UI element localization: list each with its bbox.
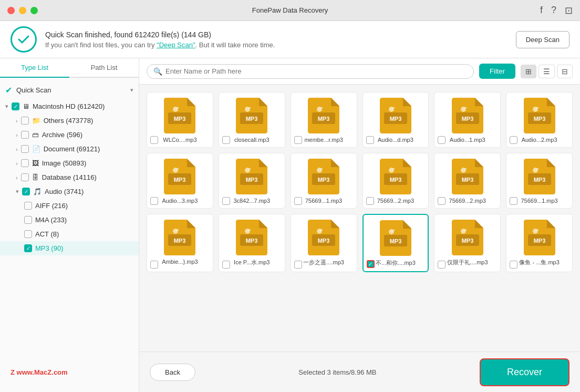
minimize-button[interactable] — [19, 7, 26, 14]
mp3-checkbox[interactable]: ✓ — [24, 244, 32, 252]
svg-text:MP3: MP3 — [318, 116, 330, 122]
file-name: Ice P...水.mp3 — [223, 259, 281, 266]
file-checkbox[interactable] — [294, 197, 302, 205]
file-checkbox[interactable] — [366, 136, 374, 144]
list-view-button[interactable]: ☰ — [538, 65, 555, 78]
file-item[interactable]: MP3 WLCo....mp3 — [147, 92, 213, 148]
mp3-file-icon: MP3 — [524, 220, 555, 255]
file-item[interactable]: MP3 仅限于礼....mp3 — [434, 214, 501, 272]
deep-scan-button[interactable]: Deep Scan — [516, 31, 569, 48]
file-item[interactable]: MP3 Ambie...}.mp3 — [147, 214, 213, 272]
mp3-file-icon: MP3 — [164, 159, 195, 194]
sidebar-item-act[interactable]: ACT (8) — [0, 227, 139, 241]
drive-checkbox[interactable]: ✓ — [12, 102, 19, 110]
deep-scan-link[interactable]: "Deep Scan" — [157, 41, 195, 49]
quick-scan-check-icon: ✔ — [5, 85, 12, 95]
sidebar-item-database[interactable]: › 🗄 Database (14116) — [0, 170, 139, 184]
file-checkbox[interactable] — [438, 136, 446, 144]
file-item[interactable]: MP3 不...和你....mp3✓ — [362, 214, 429, 272]
sidebar-item-document[interactable]: › 📄 Document (69121) — [0, 142, 139, 156]
file-item[interactable]: MP3 Audio...d.mp3 — [362, 92, 429, 148]
sidebar-item-aiff[interactable]: AIFF (216) — [0, 199, 139, 213]
file-checkbox[interactable] — [150, 261, 158, 269]
file-item[interactable]: MP3 Ice P...水.mp3 — [219, 214, 285, 272]
sidebar-item-archive[interactable]: › 🗃 Archive (596) — [0, 128, 139, 142]
file-checkbox[interactable] — [438, 197, 446, 205]
sidebar-item-mp3[interactable]: ✓ MP3 (90) — [0, 241, 139, 255]
recover-button[interactable]: Recover — [480, 358, 569, 386]
file-checkbox[interactable] — [222, 136, 230, 144]
file-checkbox[interactable] — [510, 197, 517, 205]
monitor-icon[interactable]: ⊡ — [565, 5, 573, 16]
mp3-file-icon: MP3 — [308, 98, 339, 133]
sidebar-item-m4a[interactable]: M4A (233) — [0, 213, 139, 227]
filter-button[interactable]: Filter — [479, 64, 515, 79]
file-item[interactable]: MP3 75669...2.mp3 — [434, 153, 501, 209]
view-toggle-buttons: ⊞ ☰ ⊟ — [521, 65, 573, 78]
act-checkbox[interactable] — [24, 230, 32, 238]
tab-type-list[interactable]: Type List — [0, 58, 69, 78]
file-name: Audio...d.mp3 — [367, 137, 424, 143]
folder-icon: 📁 — [32, 117, 40, 125]
close-button[interactable] — [7, 7, 15, 14]
file-item[interactable]: MP3 Audio...1.mp3 — [434, 92, 501, 148]
others-checkbox[interactable] — [21, 117, 29, 125]
file-name: 75669...2.mp3 — [439, 198, 496, 204]
audio-chevron-icon: ▾ — [16, 188, 19, 195]
aiff-checkbox[interactable] — [24, 202, 32, 210]
help-icon[interactable]: ? — [551, 5, 556, 16]
watermark: Z www.MacZ.com — [11, 368, 68, 376]
sidebar-item-image[interactable]: › 🖼 Image (50893) — [0, 156, 139, 170]
sidebar-item-others[interactable]: › 📁 Others (473778) — [0, 114, 139, 128]
file-item[interactable]: MP3 一步之遥....mp3 — [291, 214, 357, 272]
sidebar-item-audio[interactable]: ▾ ✓ 🎵 Audio (3741) — [0, 184, 139, 199]
file-checkbox[interactable]: ✓ — [367, 260, 375, 268]
mp3-label: MP3 (90) — [35, 244, 63, 252]
audio-checkbox[interactable]: ✓ — [22, 188, 30, 195]
search-input[interactable] — [165, 67, 467, 75]
file-checkbox[interactable] — [510, 261, 517, 269]
archive-checkbox[interactable] — [21, 131, 29, 139]
detail-view-button[interactable]: ⊟ — [557, 65, 573, 78]
file-item[interactable]: MP3 membe...r.mp3 — [291, 92, 357, 148]
back-button[interactable]: Back — [150, 364, 195, 381]
svg-text:MP3: MP3 — [318, 177, 330, 183]
database-checkbox[interactable] — [21, 173, 29, 181]
svg-text:MP3: MP3 — [174, 238, 186, 244]
sidebar-quick-scan[interactable]: ✔ Quick Scan ▾ — [0, 81, 139, 99]
file-checkbox[interactable] — [222, 261, 230, 269]
file-item[interactable]: MP3 closecall.mp3 — [219, 92, 285, 148]
file-name: 仅限于礼....mp3 — [439, 259, 496, 266]
file-checkbox[interactable] — [510, 136, 517, 144]
grid-view-button[interactable]: ⊞ — [521, 65, 536, 78]
file-item[interactable]: MP3 3c842...7.mp3 — [219, 153, 285, 209]
document-icon: 📄 — [32, 145, 40, 153]
svg-text:MP3: MP3 — [461, 238, 473, 244]
file-checkbox[interactable] — [150, 136, 158, 144]
file-name: Ambie...}.mp3 — [151, 259, 209, 265]
m4a-checkbox[interactable] — [24, 216, 32, 224]
file-checkbox[interactable] — [294, 261, 302, 269]
tab-path-list[interactable]: Path List — [69, 58, 139, 77]
file-checkbox[interactable] — [366, 197, 374, 205]
file-checkbox[interactable] — [438, 261, 446, 269]
file-item[interactable]: MP3 Audio...2.mp3 — [506, 92, 573, 148]
facebook-icon[interactable]: f — [540, 5, 543, 16]
image-label: Image (50893) — [42, 159, 87, 167]
maximize-button[interactable] — [30, 7, 38, 14]
file-item[interactable]: MP3 75669...2.mp3 — [362, 153, 429, 209]
file-item[interactable]: MP3 75669...1.mp3 — [291, 153, 357, 209]
document-checkbox[interactable] — [21, 145, 29, 153]
file-item[interactable]: MP3 Audio...3.mp3 — [147, 153, 213, 209]
file-checkbox[interactable] — [222, 197, 230, 205]
file-item[interactable]: MP3 75669...1.mp3 — [506, 153, 573, 209]
file-checkbox[interactable] — [150, 197, 158, 205]
mp3-file-icon: MP3 — [164, 220, 195, 255]
file-item[interactable]: MP3 像鱼 - ...鱼.mp3 — [506, 214, 573, 272]
search-box[interactable]: 🔍 — [147, 64, 474, 79]
file-name: 像鱼 - ...鱼.mp3 — [511, 259, 568, 266]
image-checkbox[interactable] — [21, 159, 29, 167]
sidebar-drive[interactable]: ▾ ✓ 🖥 Macintosh HD (612420) — [0, 99, 139, 114]
search-icon: 🔍 — [153, 67, 162, 76]
file-checkbox[interactable] — [294, 136, 302, 144]
